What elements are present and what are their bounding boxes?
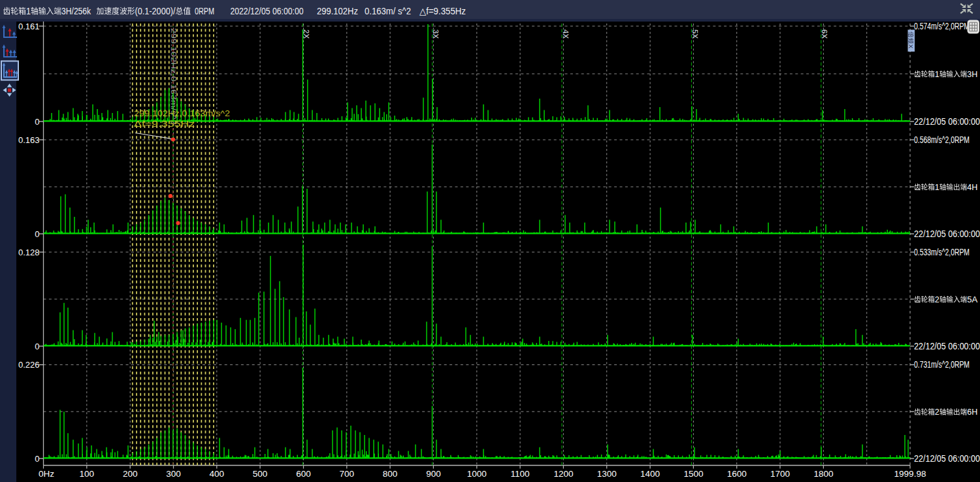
svg-text:700: 700 (340, 469, 355, 479)
svg-text:900: 900 (426, 469, 441, 479)
svg-text:22/12/05 06:00:00: 22/12/05 06:00:00 (914, 229, 980, 239)
svg-text:0.163: 0.163 (18, 135, 40, 145)
svg-text:4H: 4H (967, 182, 977, 192)
svg-text:2: 2 (935, 407, 939, 417)
svg-text:5A: 5A (967, 295, 977, 304)
svg-text:1700: 1700 (770, 469, 790, 479)
svg-text:2: 2 (935, 295, 939, 304)
svg-text:6X: 6X (821, 29, 828, 39)
svg-text:1600: 1600 (727, 469, 747, 479)
svg-text:1300: 1300 (597, 469, 617, 479)
svg-text:3H/256k: 3H/256k (61, 5, 91, 16)
svg-text:400: 400 (210, 469, 225, 479)
svg-text:0.731m/s^2,0RPM: 0.731m/s^2,0RPM (914, 359, 970, 370)
svg-text:1800: 1800 (813, 469, 833, 479)
svg-text:22/12/05 06:00:00: 22/12/05 06:00:00 (914, 453, 980, 464)
svg-text:X: X (907, 44, 915, 49)
svg-text:1: 1 (935, 182, 939, 192)
svg-text:△f=9.355Hz: △f=9.355Hz (419, 6, 466, 16)
svg-text:1200: 1200 (553, 469, 573, 479)
svg-text:1: 1 (26, 5, 31, 16)
svg-text:0.163m/ s^2: 0.163m/ s^2 (365, 5, 411, 16)
svg-text:1500: 1500 (683, 469, 703, 479)
svg-text:(0.1-2000)/: (0.1-2000)/ (135, 5, 176, 16)
svg-text:6H: 6H (967, 407, 977, 417)
svg-text:0: 0 (35, 342, 39, 351)
svg-text:1100: 1100 (511, 469, 530, 479)
svg-text:600: 600 (296, 469, 311, 479)
svg-text:22/12/05 06:00:00: 22/12/05 06:00:00 (914, 341, 980, 351)
svg-text:0.226: 0.226 (18, 360, 40, 370)
svg-text:1999.98: 1999.98 (894, 469, 926, 479)
svg-text:0RPM: 0RPM (195, 5, 214, 16)
svg-text:200: 200 (123, 469, 138, 479)
svg-text:22/12/05 06:00:00: 22/12/05 06:00:00 (914, 116, 980, 127)
svg-text:0: 0 (35, 229, 39, 239)
svg-text:0.128: 0.128 (18, 248, 40, 257)
svg-text:0.568m/s^2,0RPM: 0.568m/s^2,0RPM (914, 135, 970, 145)
svg-text:4X: 4X (562, 29, 570, 39)
svg-text:3H: 3H (967, 69, 977, 79)
svg-text:Δf=9.355Hz: Δf=9.355Hz (134, 119, 195, 129)
svg-text:2022/12/05 06:00:00: 2022/12/05 06:00:00 (231, 5, 304, 16)
svg-text:2X: 2X (302, 29, 310, 39)
svg-text:800: 800 (383, 469, 398, 479)
svg-text:500: 500 (253, 469, 268, 479)
svg-text:299.102Hz: 299.102Hz (317, 5, 358, 16)
svg-text:1000: 1000 (467, 469, 487, 479)
svg-text:0.161: 0.161 (18, 22, 40, 31)
svg-text:0: 0 (35, 117, 39, 127)
svg-text:0Hz: 0Hz (39, 469, 54, 479)
svg-text:3X: 3X (432, 29, 440, 39)
svg-text:0.533m/s^2,0RPM: 0.533m/s^2,0RPM (914, 247, 970, 257)
svg-text:299.102Hz,0.163m/s^2: 299.102Hz,0.163m/s^2 (134, 108, 230, 118)
svg-text:300: 300 (166, 469, 181, 479)
svg-text:5X: 5X (691, 29, 699, 39)
svg-text:1400: 1400 (640, 469, 660, 479)
svg-text:100: 100 (80, 469, 95, 479)
svg-text:0: 0 (35, 454, 39, 464)
svg-text:0.574m/s^2,0RPM: 0.574m/s^2,0RPM (914, 21, 970, 31)
svg-text:1: 1 (935, 69, 939, 79)
